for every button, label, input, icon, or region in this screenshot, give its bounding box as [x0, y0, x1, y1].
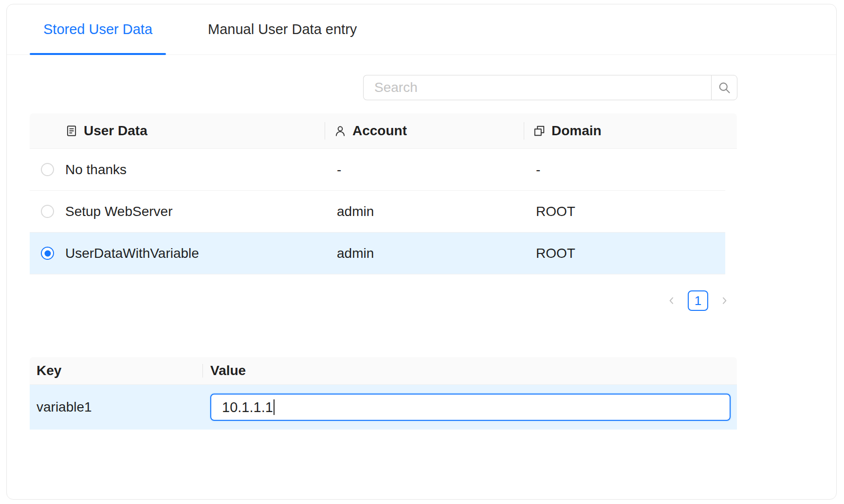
user-data-panel: Stored User Data Manual User Data entry: [6, 4, 837, 500]
pagination: 1: [664, 290, 732, 311]
column-header-account: Account: [325, 113, 524, 148]
search-input[interactable]: [363, 75, 711, 100]
cell-account: admin: [325, 204, 524, 219]
radio-button-checked[interactable]: [41, 247, 54, 260]
cell-value: 10.1.1.1: [202, 394, 737, 421]
cell-user-data: No thanks: [65, 162, 325, 178]
user-data-icon: [65, 125, 78, 137]
user-data-table-header: User Data Account Domain: [30, 113, 737, 149]
pagination-page-1[interactable]: 1: [688, 290, 708, 311]
cell-key: variable1: [30, 399, 202, 415]
key-value-table: Key Value variable1 10.1.1.1: [30, 357, 737, 430]
tab-stored-user-data-label: Stored User Data: [43, 21, 152, 37]
user-data-table-body: No thanks - - Setup WebServer admin ROOT…: [30, 149, 725, 274]
table-row-no-thanks[interactable]: No thanks - -: [30, 149, 725, 191]
account-icon: [334, 125, 347, 137]
tab-stored-user-data[interactable]: Stored User Data: [30, 4, 166, 54]
search-bar: [363, 75, 737, 100]
column-label-account: Account: [352, 123, 407, 139]
column-header-domain: Domain: [524, 113, 737, 148]
cell-domain: ROOT: [524, 246, 725, 261]
value-input[interactable]: 10.1.1.1: [210, 394, 731, 421]
column-label-domain: Domain: [551, 123, 602, 139]
key-value-row: variable1 10.1.1.1: [30, 385, 737, 430]
radio-button[interactable]: [41, 205, 54, 218]
tab-manual-user-data-entry[interactable]: Manual User Data entry: [194, 4, 370, 54]
pagination-next-button[interactable]: [717, 290, 732, 311]
column-label-user-data: User Data: [84, 123, 147, 139]
domain-icon: [533, 125, 546, 137]
radio-button[interactable]: [41, 163, 54, 176]
tab-bar: Stored User Data Manual User Data entry: [7, 4, 836, 55]
pagination-prev-button[interactable]: [664, 290, 679, 311]
table-row-setup-webserver[interactable]: Setup WebServer admin ROOT: [30, 191, 725, 233]
value-input-text: 10.1.1.1: [222, 399, 273, 415]
cell-domain: -: [524, 162, 725, 178]
column-header-value: Value: [202, 357, 737, 384]
cell-account: admin: [325, 246, 524, 261]
chevron-right-icon: [719, 296, 729, 306]
cell-account: -: [325, 162, 524, 178]
column-header-key: Key: [30, 357, 202, 384]
cell-domain: ROOT: [524, 204, 725, 219]
row-radio-cell: [30, 163, 65, 176]
search-button[interactable]: [711, 75, 737, 100]
row-radio-cell: [30, 247, 65, 260]
chevron-left-icon: [667, 296, 677, 306]
tab-manual-user-data-entry-label: Manual User Data entry: [208, 21, 357, 37]
column-header-user-data: User Data: [30, 113, 325, 148]
cell-user-data: Setup WebServer: [65, 204, 325, 219]
text-cursor: [274, 399, 275, 415]
cell-user-data: UserDataWithVariable: [65, 246, 325, 261]
row-radio-cell: [30, 205, 65, 218]
table-row-userdatawithvariable[interactable]: UserDataWithVariable admin ROOT: [30, 233, 725, 274]
search-icon: [717, 81, 731, 94]
active-tab-indicator: [30, 53, 166, 55]
key-value-table-header: Key Value: [30, 357, 737, 385]
